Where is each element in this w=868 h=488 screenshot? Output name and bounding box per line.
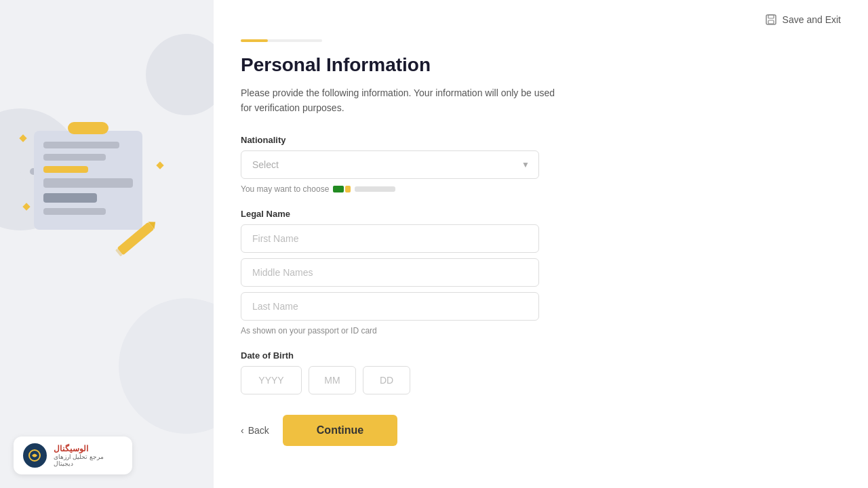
- logo-subtitle: مرجع تحلیل ارزهای دیجیتال: [54, 453, 123, 467]
- deco-box-dark: [43, 193, 97, 203]
- suggest-text: You may want to choose: [241, 184, 661, 194]
- progress-fill: [241, 39, 268, 42]
- page-description: Please provide the following information…: [241, 85, 566, 116]
- progress-track: [241, 39, 322, 42]
- deco-line-highlight: [43, 166, 88, 173]
- logo-icon: [23, 443, 47, 468]
- first-name-input[interactable]: [241, 224, 539, 253]
- legal-name-field-group: Legal Name As shown on your passport or …: [241, 209, 661, 336]
- main-content: Save and Exit Personal Information Pleas…: [214, 0, 868, 488]
- clipboard-clip: [68, 122, 108, 134]
- deco-diamond: [156, 161, 163, 169]
- page-title: Personal Information: [241, 54, 661, 76]
- deco-line: [43, 208, 106, 215]
- dob-field-group: Date of Birth: [241, 350, 661, 394]
- nationality-select[interactable]: Select Iran United States United Kingdom: [241, 150, 539, 179]
- clipboard-illustration: [34, 122, 156, 230]
- flag-icon: [333, 186, 351, 192]
- clipboard-body: [34, 131, 142, 230]
- form-content: Personal Information Please provide the …: [214, 49, 688, 473]
- nationality-select-wrapper: Select Iran United States United Kingdom…: [241, 150, 539, 179]
- middle-name-input[interactable]: [241, 258, 539, 287]
- dob-inputs: [241, 366, 661, 394]
- nationality-field-group: Nationality Select Iran United States Un…: [241, 135, 661, 194]
- dob-month-input[interactable]: [309, 366, 356, 394]
- deco-box: [43, 178, 133, 188]
- save-exit-label: Save and Exit: [783, 14, 841, 25]
- name-hint: As shown on your passport or ID card: [241, 326, 661, 336]
- deco-line: [43, 142, 119, 148]
- svg-rect-3: [768, 20, 774, 24]
- save-exit-button[interactable]: Save and Exit: [765, 14, 841, 26]
- progress-bar-area: [214, 39, 868, 42]
- deco-circle-2: [146, 34, 214, 115]
- logo-title: الوسيگنال: [54, 444, 123, 453]
- back-button[interactable]: ‹ Back: [241, 425, 269, 436]
- nationality-label: Nationality: [241, 135, 661, 145]
- legal-name-label: Legal Name: [241, 209, 661, 219]
- dob-day-input[interactable]: [363, 366, 410, 394]
- dob-year-input[interactable]: [241, 366, 302, 394]
- deco-line: [43, 154, 106, 161]
- logo-text: الوسيگنال مرجع تحلیل ارزهای دیجیتال: [54, 444, 123, 467]
- blurred-text: [355, 186, 395, 192]
- continue-button[interactable]: Continue: [283, 415, 397, 446]
- deco-circle-3: [119, 298, 214, 434]
- dob-label: Date of Birth: [241, 350, 661, 361]
- top-bar: Save and Exit: [214, 0, 868, 39]
- continue-label: Continue: [317, 424, 363, 436]
- save-icon: [765, 14, 777, 26]
- logo-box: الوسيگنال مرجع تحلیل ارزهای دیجیتال: [14, 436, 132, 474]
- bottom-buttons: ‹ Back Continue: [241, 415, 661, 446]
- svg-rect-1: [766, 15, 776, 24]
- back-label: Back: [248, 425, 269, 436]
- back-chevron-icon: ‹: [241, 425, 244, 436]
- last-name-input[interactable]: [241, 292, 539, 321]
- sidebar: الوسيگنال مرجع تحلیل ارزهای دیجیتال: [0, 0, 214, 488]
